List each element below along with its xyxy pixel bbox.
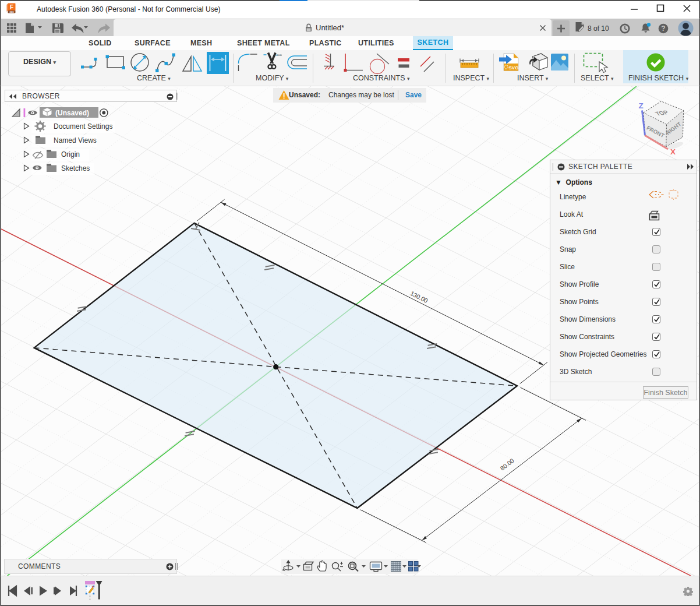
- svg-text:?: ?: [661, 24, 665, 33]
- svg-text:SVG: SVG: [509, 65, 519, 71]
- svg-text:Z: Z: [638, 101, 643, 110]
- svg-text:F: F: [10, 4, 13, 10]
- svg-text:80.00: 80.00: [499, 457, 515, 472]
- svg-text:X: X: [670, 147, 676, 156]
- svg-text:360: 360: [9, 10, 14, 13]
